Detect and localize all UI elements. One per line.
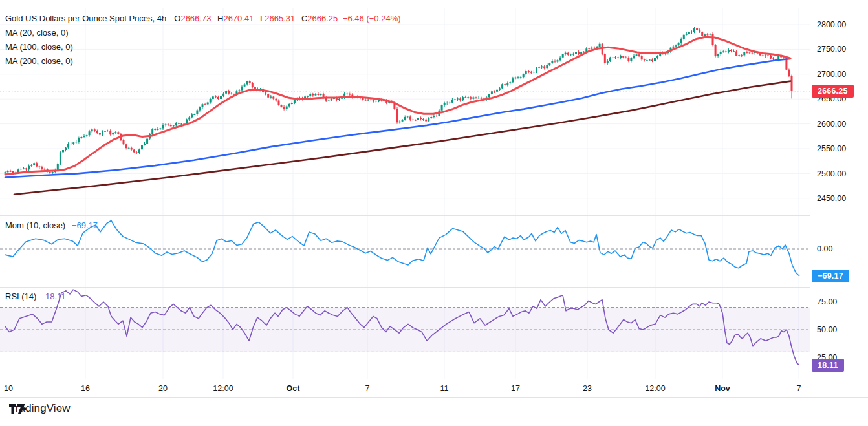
open-value: 2666.73 [180, 14, 211, 23]
scale-label: 2700.00 [817, 70, 846, 79]
scale-label: 75.00 [817, 297, 837, 306]
time-label: 7 [365, 384, 370, 393]
scale-label: 2750.00 [817, 45, 846, 54]
rsi-value: 18.11 [45, 292, 66, 301]
pane-top-border [0, 8, 868, 8]
momentum-grid [85, 215, 799, 287]
scale-label: 2500.00 [817, 169, 846, 178]
ma20-legend-label: MA (20, close, 0) [5, 26, 69, 40]
high-value: 2670.41 [223, 14, 254, 23]
price-pane-legend: Gold US Dollars per Ounce Spot Prices, 4… [5, 12, 401, 69]
time-label: 11 [440, 384, 449, 393]
scale-label: 2600.00 [817, 120, 846, 129]
time-label: 12:00 [213, 384, 233, 393]
open-label: O [174, 14, 180, 23]
ma100-legend-row[interactable]: MA (100, close, 0) [5, 40, 401, 54]
high-label: H [217, 14, 223, 23]
scale-value-badge: 2666.25 [812, 85, 854, 98]
time-label: 12:00 [645, 384, 665, 393]
ma200-legend-label: MA (200, close, 0) [5, 54, 73, 69]
ma20-legend-row[interactable]: MA (20, close, 0) [5, 26, 401, 40]
scale-value-badge: 18.11 [812, 359, 844, 372]
tradingview-attribution[interactable]: TradingView [9, 402, 71, 415]
rsi-legend-row[interactable]: RSI (14) 18.11 [5, 292, 66, 301]
change-value: −6.46 (−0.24%) [343, 14, 401, 23]
momentum-legend-label: Mom (10, close) [5, 220, 65, 230]
ma200-line [14, 81, 790, 195]
scale-label: 2550.00 [817, 144, 846, 153]
pane-separator-rsi[interactable] [0, 287, 868, 288]
scale-label: 50.00 [817, 325, 837, 334]
time-label: 23 [583, 384, 592, 393]
time-label: Oct [287, 384, 300, 393]
close-label: C [301, 14, 307, 23]
ma100-legend-label: MA (100, close, 0) [5, 40, 73, 54]
momentum-pane-canvas[interactable] [0, 215, 810, 287]
rsi-legend-label: RSI (14) [5, 292, 36, 301]
ohlc-readout: O2666.73 H2670.41 L2665.31 C2666.25 −6.4… [170, 12, 400, 26]
time-label: 17 [511, 384, 520, 393]
rsi-pane-canvas[interactable] [0, 287, 810, 379]
time-label: 7 [797, 384, 801, 393]
time-label: 10 [4, 384, 13, 393]
chart-app: Gold US Dollars per Ounce Spot Prices, 4… [0, 0, 868, 426]
low-value: 2665.31 [265, 14, 295, 23]
momentum-line [5, 220, 799, 276]
time-label: Nov [715, 384, 730, 393]
scale-value-badge: −69.17 [812, 270, 849, 282]
pane-separator-mom[interactable] [0, 215, 868, 216]
time-label: 16 [81, 384, 90, 393]
momentum-value: −69.17 [72, 220, 98, 230]
price-scale[interactable]: 2800.002750.002700.002650.002600.002550.… [810, 0, 868, 396]
close-value: 2666.25 [307, 14, 338, 23]
time-label: 20 [158, 384, 168, 393]
scale-label: 0.00 [817, 244, 832, 253]
time-scale[interactable]: 10162012:00Oct711172312:00Nov7 [0, 379, 868, 398]
ma200-legend-row[interactable]: MA (200, close, 0) [5, 54, 401, 69]
symbol-title-row[interactable]: Gold US Dollars per Ounce Spot Prices, 4… [5, 12, 401, 26]
tradingview-logo-icon [9, 403, 27, 414]
scale-label: 2800.00 [817, 20, 846, 29]
scale-label: 2450.00 [817, 194, 846, 203]
momentum-legend-row[interactable]: Mom (10, close) −69.17 [5, 220, 98, 230]
symbol-title: Gold US Dollars per Ounce Spot Prices, 4… [5, 12, 166, 26]
